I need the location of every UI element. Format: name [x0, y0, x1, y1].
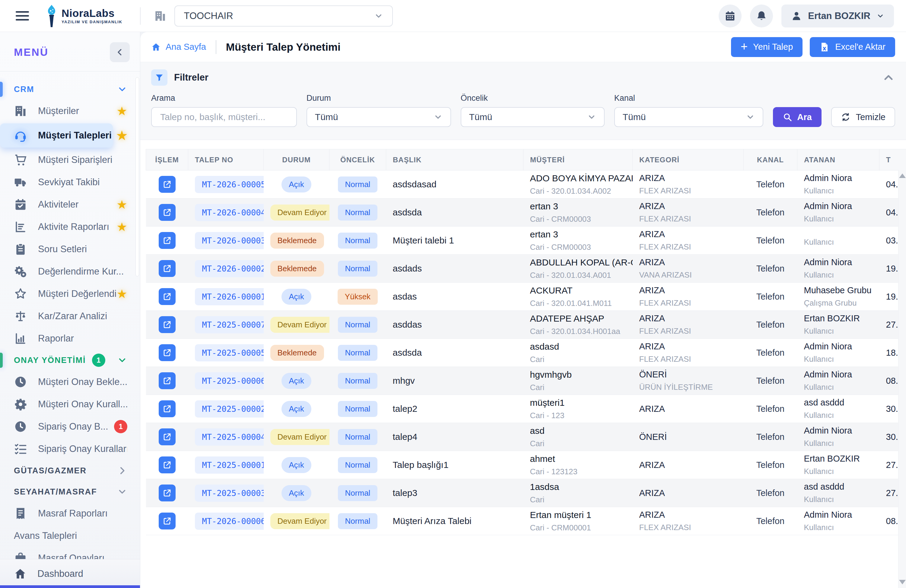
request-number[interactable]: MT-2026-00002 — [195, 260, 264, 277]
person-icon — [791, 11, 802, 21]
sidebar-item-soru-setleri[interactable]: Soru Setleri — [0, 238, 140, 260]
sidebar-scroll: CRM Müşteriler ★ Müşteri Talepleri ★ Müş… — [0, 72, 140, 559]
export-excel-button[interactable]: Excel'e Aktar — [810, 37, 895, 57]
sidebar-item-siparis-onay-b[interactable]: Sipariş Onay B... 1 — [0, 416, 140, 438]
company-select[interactable]: TOOCHAIR — [174, 5, 393, 27]
sidebar-item-masraf-raporlari[interactable]: Masraf Raporları — [0, 502, 140, 525]
request-number[interactable]: MT-2025-00007 — [195, 316, 264, 333]
calendar-button[interactable] — [719, 5, 742, 27]
sidebar-item-degerlendirme-kur[interactable]: Değerlendirme Kur... — [0, 260, 140, 283]
notifications-button[interactable] — [750, 5, 773, 27]
sidebar-item-avans-talepleri[interactable]: Avans Talepleri — [0, 525, 140, 547]
sidebar-item-aktiviteler[interactable]: Aktiviteler ★ — [0, 193, 140, 216]
request-number[interactable]: MT-2025-00003 — [195, 484, 264, 502]
status-badge: Beklemede — [270, 233, 324, 249]
open-request-button[interactable] — [159, 204, 175, 221]
sidebar-item-siparis-onay-kurallari[interactable]: Sipariş Onay Kuralları — [0, 438, 140, 460]
request-number[interactable]: MT-2026-00006 — [195, 513, 264, 530]
hamburger-menu-icon[interactable] — [16, 9, 29, 23]
request-number[interactable]: MT-2025-00005 — [195, 344, 264, 362]
status-select[interactable]: Tümü — [306, 107, 451, 127]
request-title: Müşteri Arıza Talebi — [393, 516, 472, 526]
priority-badge: Normal — [338, 401, 378, 417]
scroll-up-arrow-icon[interactable] — [899, 174, 906, 178]
sidebar-item-masraf-onaylari[interactable]: Masraf Onayları — [0, 547, 140, 559]
sidebar-scrollbar-thumb[interactable] — [136, 77, 139, 276]
vertical-scrollbar[interactable] — [898, 170, 906, 588]
chevron-left-icon — [115, 48, 124, 57]
open-request-button[interactable] — [159, 260, 175, 277]
request-number[interactable]: MT-2026-00003 — [195, 232, 264, 249]
breadcrumb: Ana Sayfa Müşteri Talep Yönetimi + Yeni … — [140, 32, 906, 62]
sidebar-section-crm[interactable]: CRM — [0, 79, 140, 100]
open-request-button[interactable] — [159, 288, 175, 305]
sidebar-item-kar-zarar-analizi[interactable]: Kar/Zarar Analizi — [0, 305, 140, 327]
gears-icon — [14, 265, 27, 278]
sidebar-section-onay-yonetimi[interactable]: ONAY YÖNETİMİ 1 — [0, 350, 140, 371]
breadcrumb-home-link[interactable]: Ana Sayfa — [151, 42, 206, 52]
sidebar-item-musteri-talepleri[interactable]: Müşteri Talepleri ★ — [0, 122, 140, 149]
category-main: ARIZA — [639, 341, 737, 352]
sidebar-item-musteri-onay-kurall[interactable]: Müşteri Onay Kurall... — [0, 393, 140, 416]
open-request-button[interactable] — [159, 316, 175, 333]
search-button[interactable]: Ara — [773, 107, 821, 127]
filters-collapse-chevron-up-icon[interactable] — [882, 71, 895, 84]
sidebar-item-sevkiyat-takibi[interactable]: Sevkiyat Takibi — [0, 171, 140, 193]
sidebar-section-gutas-gazmer[interactable]: GÜTAS/GAZMER — [0, 460, 140, 481]
receipt-icon — [14, 507, 27, 520]
request-number[interactable]: MT-2025-00002 — [195, 400, 264, 417]
open-request-button[interactable] — [159, 484, 175, 501]
customer-sub: Cari - CRM00001 — [530, 523, 626, 532]
request-number[interactable]: MT-2026-00001 — [195, 288, 264, 305]
open-request-button[interactable] — [159, 400, 175, 417]
request-number[interactable]: MT-2025-00004 — [195, 429, 264, 446]
new-request-button[interactable]: + Yeni Talep — [731, 37, 803, 57]
favorite-star-icon[interactable]: ★ — [116, 105, 127, 117]
channel-select[interactable]: Tümü — [614, 107, 764, 127]
open-request-button[interactable] — [159, 429, 175, 445]
breadcrumb-home-label: Ana Sayfa — [166, 42, 206, 52]
channel: Telefon — [744, 423, 798, 451]
open-request-button[interactable] — [159, 456, 175, 473]
filter-label-durum: Durum — [306, 94, 451, 103]
chevron-down-icon — [746, 113, 755, 121]
request-number[interactable]: MT-2026-00004 — [195, 204, 264, 221]
table-row: MT-2026-00006 Devam Ediyor Normal Müşter… — [146, 507, 906, 535]
request-number[interactable]: MT-2025-00001 — [195, 456, 264, 474]
request-number[interactable]: MT-2025-00006 — [195, 372, 264, 389]
request-number[interactable]: MT-2026-00005 — [195, 176, 264, 193]
sidebar-item-musteri-degerlendi[interactable]: Müşteri Değerlendi... ★ — [0, 283, 140, 305]
building-icon — [154, 10, 166, 22]
divider — [140, 7, 140, 25]
open-request-button[interactable] — [159, 372, 175, 389]
open-request-button[interactable] — [159, 232, 175, 249]
sidebar-item-raporlar[interactable]: Raporlar — [0, 327, 140, 350]
open-request-button[interactable] — [159, 344, 175, 361]
sidebar-item-dashboard[interactable]: Dashboard — [0, 559, 140, 588]
favorite-star-icon[interactable]: ★ — [116, 199, 127, 210]
scroll-down-arrow-icon[interactable] — [899, 580, 906, 584]
sidebar-item-musteri-siparisleri[interactable]: Müşteri Siparişleri — [0, 149, 140, 171]
category-sub: FLEX ARIZASI — [639, 242, 737, 252]
status-badge: Devam Ediyor — [270, 317, 329, 333]
open-request-button[interactable] — [159, 513, 175, 529]
user-menu[interactable]: Ertan BOZKIR — [782, 5, 894, 27]
sidebar-section-seyahat-masraf[interactable]: SEYAHAT/MASRAF — [0, 481, 140, 502]
assigned-name: asd asddd — [804, 398, 873, 408]
priority-badge: Normal — [338, 457, 378, 473]
favorite-star-icon[interactable]: ★ — [116, 221, 127, 233]
open-request-button[interactable] — [159, 176, 175, 193]
favorite-star-icon[interactable]: ★ — [116, 288, 127, 300]
customer-sub: Cari - 320.01.034.A001 — [530, 271, 626, 280]
column-header-TALEP NO: TALEP NO — [188, 149, 264, 171]
sidebar-item-musteri-onay-bekle[interactable]: Müşteri Onay Bekle... — [0, 371, 140, 393]
favorite-star-icon[interactable]: ★ — [116, 129, 127, 142]
clear-filters-button[interactable]: Temizle — [831, 107, 895, 127]
sidebar-item-aktivite-raporlari[interactable]: Aktivite Raporları ★ — [0, 216, 140, 238]
customer-name: 1asdsa — [530, 482, 626, 492]
refresh-icon — [841, 112, 850, 122]
sidebar-item-musteriler[interactable]: Müşteriler ★ — [0, 100, 140, 122]
sidebar-collapse-button[interactable] — [110, 42, 130, 62]
priority-select[interactable]: Tümü — [461, 107, 605, 127]
search-input[interactable] — [160, 112, 289, 123]
